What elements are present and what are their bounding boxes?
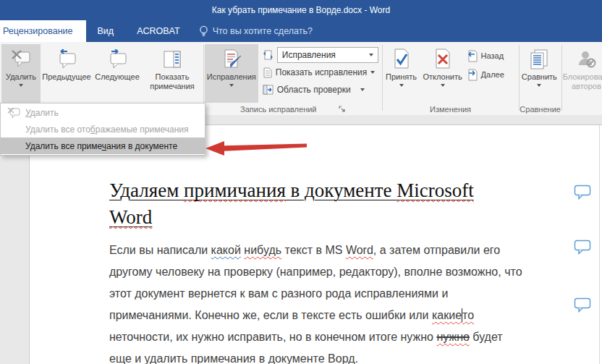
body-line: другому человеку на проверку (например, … [109,261,572,283]
back-icon [466,50,478,62]
track-changes-button[interactable]: Исправления [205,44,258,103]
protect-group-label [563,103,602,115]
word-window: Как убрать примечание в Ворде.docx - Wor… [0,0,602,364]
delete-dropdown-menu: Удалить Удалить все отображаемые примеча… [0,103,205,156]
markup-selector-row: Исправления [263,47,378,63]
tab-review[interactable]: Рецензирование [0,20,86,42]
chevron-down-icon [229,84,234,87]
changes-group-label: Изменения [383,103,518,115]
reviewing-pane-button[interactable]: Область проверки [263,82,378,98]
group-separator [203,45,204,111]
compare-group-label: Сравнение [520,103,561,115]
tell-me-box[interactable]: Что вы хотите сделать? [199,20,313,42]
protect-group: Блокировать авторов [563,42,602,115]
delete-comment-icon [7,107,25,119]
heading-line: Word [109,204,558,231]
comment-marker-icon[interactable] [574,297,592,313]
page-edge-line [599,125,600,364]
forward-icon [466,69,478,81]
tracking-group: Исправления Исправления [205,42,381,115]
reject-button[interactable]: Отклонить [420,44,466,103]
lightbulb-icon [199,25,208,38]
document-paragraph: Если вы написали какой нибудь текст в MS… [109,240,572,364]
next-comment-icon [106,46,128,72]
reviewing-pane-icon [263,85,274,95]
document-heading: Удаляем примичания в документе Microsoft… [109,177,558,231]
window-title: Как убрать примечание в Ворде.docx - Wor… [212,5,390,15]
show-markup-icon [263,67,272,78]
body-line: Если вы написали какой нибудь текст в MS… [109,240,572,261]
chevron-down-icon [370,71,375,74]
chevron-down-icon [399,84,404,87]
changes-group: Принять Отклонить Назад [383,42,518,115]
previous-comment-button[interactable]: Предыдущее [41,44,93,103]
delete-comment-button[interactable]: Удалить [1,44,41,103]
body-line: неточности, их нужно исправить, но в кон… [109,326,572,348]
menu-item-delete[interactable]: Удалить [1,104,205,121]
dialog-launcher-icon[interactable] [339,106,346,113]
compare-button[interactable]: Сравнить [520,44,559,103]
markup-options-icon [263,50,274,61]
group-separator [382,45,383,111]
block-authors-button: Блокировать авторов [563,44,602,103]
chevron-down-icon [369,54,373,56]
comment-marker-icon[interactable] [574,185,592,200]
group-separator [561,45,562,111]
show-comments-icon [163,46,182,72]
block-authors-icon [576,46,596,72]
menu-item-delete-all-in-document[interactable]: Удалить все примечания в документе [1,137,205,154]
comment-marker-icon[interactable] [574,240,592,255]
reject-icon [433,46,452,72]
menu-item-delete-all-shown[interactable]: Удалить все отображаемые примечания [1,121,205,137]
tab-view[interactable]: Вид [86,20,126,42]
chevron-down-icon [19,84,23,87]
body-line: еще и удалить примечания в документе Вор… [109,348,572,364]
compare-group: Сравнить Сравнение [520,42,561,115]
next-comment-button[interactable]: Следующее [93,44,142,103]
group-separator [519,45,520,111]
document-page[interactable]: Удаляем примичания в документе Microsoft… [29,124,602,364]
accept-button[interactable]: Принять [383,44,420,103]
body-line: этот документ вернется к вам с разного р… [109,283,572,305]
chevron-down-icon [360,88,365,91]
show-comments-button[interactable]: Показать примечания [142,44,203,103]
chevron-down-icon [537,84,541,87]
tracking-group-label: Запись исправлений [205,103,381,115]
display-for-review-combobox[interactable]: Исправления [277,47,378,63]
heading-line: Удаляем примичания в документе Microsoft [109,177,558,204]
previous-change-button[interactable]: Назад [466,48,518,63]
body-line: примечаниями. Конечно же, если в тексте … [109,305,572,326]
next-change-button[interactable]: Далее [466,67,518,82]
previous-comment-icon [56,46,77,72]
accept-icon [392,46,411,72]
annotation-arrow [205,140,308,157]
compare-icon [528,46,550,72]
chevron-down-icon [441,84,445,87]
tab-acrobat[interactable]: ACROBAT [125,20,192,42]
ribbon-tab-bar: Рецензирование Вид ACROBAT Что вы хотите… [0,20,602,42]
delete-comment-icon [10,46,32,72]
show-markup-button[interactable]: Показать исправления [263,64,378,80]
track-changes-icon [221,46,242,72]
title-bar: Как убрать примечание в Ворде.docx - Wor… [0,0,602,20]
